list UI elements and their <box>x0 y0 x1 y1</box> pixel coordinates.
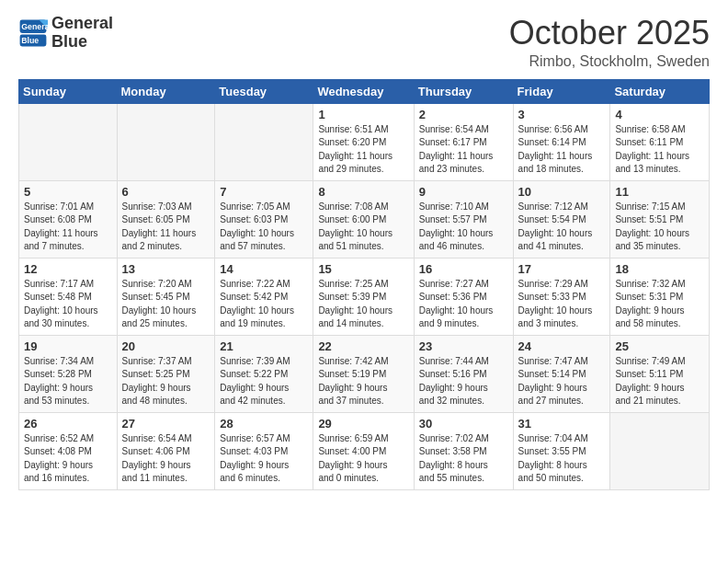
day-info: Sunrise: 7:25 AM Sunset: 5:39 PM Dayligh… <box>318 278 408 331</box>
calendar-cell: 28Sunrise: 6:57 AM Sunset: 4:03 PM Dayli… <box>215 412 313 489</box>
calendar-header-sunday: Sunday <box>19 79 118 103</box>
day-info: Sunrise: 6:54 AM Sunset: 4:06 PM Dayligh… <box>122 432 210 486</box>
day-number: 6 <box>122 185 210 199</box>
calendar-cell: 16Sunrise: 7:27 AM Sunset: 5:36 PM Dayli… <box>414 258 513 335</box>
calendar-cell: 7Sunrise: 7:05 AM Sunset: 6:03 PM Daylig… <box>215 180 313 258</box>
day-info: Sunrise: 7:34 AM Sunset: 5:28 PM Dayligh… <box>24 355 112 408</box>
calendar-cell: 6Sunrise: 7:03 AM Sunset: 6:05 PM Daylig… <box>117 180 215 258</box>
calendar-cell <box>117 103 215 180</box>
day-number: 25 <box>615 339 704 353</box>
day-number: 23 <box>419 339 508 353</box>
day-number: 11 <box>615 185 704 199</box>
day-number: 22 <box>318 339 408 353</box>
calendar-cell: 27Sunrise: 6:54 AM Sunset: 4:06 PM Dayli… <box>117 412 215 489</box>
day-number: 21 <box>220 339 308 353</box>
day-info: Sunrise: 7:08 AM Sunset: 6:00 PM Dayligh… <box>318 201 408 254</box>
day-number: 31 <box>518 417 606 431</box>
logo-icon: General Blue <box>18 18 48 48</box>
day-number: 4 <box>615 108 704 121</box>
day-info: Sunrise: 7:49 AM Sunset: 5:11 PM Dayligh… <box>615 355 704 408</box>
calendar-cell: 12Sunrise: 7:17 AM Sunset: 5:48 PM Dayli… <box>19 258 118 335</box>
calendar-cell: 15Sunrise: 7:25 AM Sunset: 5:39 PM Dayli… <box>313 258 414 335</box>
calendar-cell: 21Sunrise: 7:39 AM Sunset: 5:22 PM Dayli… <box>215 335 313 412</box>
day-info: Sunrise: 7:32 AM Sunset: 5:31 PM Dayligh… <box>615 278 704 331</box>
logo: General Blue General Blue <box>18 15 113 52</box>
day-number: 29 <box>318 417 408 431</box>
day-info: Sunrise: 7:20 AM Sunset: 5:45 PM Dayligh… <box>122 278 210 331</box>
calendar-cell: 17Sunrise: 7:29 AM Sunset: 5:33 PM Dayli… <box>513 258 610 335</box>
location: Rimbo, Stockholm, Sweden <box>509 53 710 70</box>
day-number: 2 <box>419 108 508 121</box>
day-number: 14 <box>220 262 308 276</box>
day-info: Sunrise: 7:04 AM Sunset: 3:55 PM Dayligh… <box>518 432 606 486</box>
calendar-cell: 3Sunrise: 6:56 AM Sunset: 6:14 PM Daylig… <box>513 103 610 180</box>
day-info: Sunrise: 6:54 AM Sunset: 6:17 PM Dayligh… <box>419 123 508 177</box>
day-number: 5 <box>24 185 112 199</box>
calendar-header-saturday: Saturday <box>610 79 710 103</box>
day-number: 13 <box>122 262 210 276</box>
calendar-header-monday: Monday <box>117 79 215 103</box>
day-number: 10 <box>518 185 606 199</box>
calendar-cell: 18Sunrise: 7:32 AM Sunset: 5:31 PM Dayli… <box>610 258 710 335</box>
day-info: Sunrise: 6:56 AM Sunset: 6:14 PM Dayligh… <box>518 123 606 177</box>
calendar-cell: 4Sunrise: 6:58 AM Sunset: 6:11 PM Daylig… <box>610 103 710 180</box>
calendar-cell: 29Sunrise: 6:59 AM Sunset: 4:00 PM Dayli… <box>313 412 414 489</box>
day-info: Sunrise: 7:10 AM Sunset: 5:57 PM Dayligh… <box>419 201 508 254</box>
day-number: 28 <box>220 417 308 431</box>
calendar-cell: 25Sunrise: 7:49 AM Sunset: 5:11 PM Dayli… <box>610 335 710 412</box>
day-info: Sunrise: 7:27 AM Sunset: 5:36 PM Dayligh… <box>419 278 508 331</box>
calendar-cell: 31Sunrise: 7:04 AM Sunset: 3:55 PM Dayli… <box>513 412 610 489</box>
calendar-cell: 8Sunrise: 7:08 AM Sunset: 6:00 PM Daylig… <box>313 180 414 258</box>
day-number: 3 <box>518 108 606 121</box>
day-info: Sunrise: 6:57 AM Sunset: 4:03 PM Dayligh… <box>220 432 308 486</box>
calendar-cell: 10Sunrise: 7:12 AM Sunset: 5:54 PM Dayli… <box>513 180 610 258</box>
day-number: 17 <box>518 262 606 276</box>
calendar-cell <box>19 103 118 180</box>
calendar-header-row: SundayMondayTuesdayWednesdayThursdayFrid… <box>19 79 710 103</box>
calendar-header-thursday: Thursday <box>414 79 513 103</box>
month-title: October 2025 <box>509 15 710 52</box>
day-info: Sunrise: 7:22 AM Sunset: 5:42 PM Dayligh… <box>220 278 308 331</box>
day-number: 16 <box>419 262 508 276</box>
calendar-week-row: 12Sunrise: 7:17 AM Sunset: 5:48 PM Dayli… <box>19 258 710 335</box>
calendar-header-friday: Friday <box>513 79 610 103</box>
day-number: 19 <box>24 339 112 353</box>
calendar-cell: 26Sunrise: 6:52 AM Sunset: 4:08 PM Dayli… <box>19 412 118 489</box>
svg-text:Blue: Blue <box>21 36 39 45</box>
calendar-week-row: 19Sunrise: 7:34 AM Sunset: 5:28 PM Dayli… <box>19 335 710 412</box>
day-info: Sunrise: 7:39 AM Sunset: 5:22 PM Dayligh… <box>220 355 308 408</box>
page: General Blue General Blue October 2025 R… <box>0 0 728 563</box>
day-info: Sunrise: 6:52 AM Sunset: 4:08 PM Dayligh… <box>24 432 112 486</box>
calendar: SundayMondayTuesdayWednesdayThursdayFrid… <box>18 79 710 490</box>
calendar-cell: 5Sunrise: 7:01 AM Sunset: 6:08 PM Daylig… <box>19 180 118 258</box>
day-info: Sunrise: 7:02 AM Sunset: 3:58 PM Dayligh… <box>419 432 508 486</box>
day-number: 20 <box>122 339 210 353</box>
calendar-cell: 11Sunrise: 7:15 AM Sunset: 5:51 PM Dayli… <box>610 180 710 258</box>
day-number: 26 <box>24 417 112 431</box>
calendar-header-wednesday: Wednesday <box>313 79 414 103</box>
calendar-header-tuesday: Tuesday <box>215 79 313 103</box>
title-block: October 2025 Rimbo, Stockholm, Sweden <box>509 15 710 70</box>
day-info: Sunrise: 6:51 AM Sunset: 6:20 PM Dayligh… <box>318 123 408 177</box>
calendar-cell: 22Sunrise: 7:42 AM Sunset: 5:19 PM Dayli… <box>313 335 414 412</box>
calendar-cell <box>610 412 710 489</box>
day-info: Sunrise: 7:12 AM Sunset: 5:54 PM Dayligh… <box>518 201 606 254</box>
calendar-cell: 1Sunrise: 6:51 AM Sunset: 6:20 PM Daylig… <box>313 103 414 180</box>
day-info: Sunrise: 7:42 AM Sunset: 5:19 PM Dayligh… <box>318 355 408 408</box>
day-number: 7 <box>220 185 308 199</box>
calendar-cell: 19Sunrise: 7:34 AM Sunset: 5:28 PM Dayli… <box>19 335 118 412</box>
day-number: 9 <box>419 185 508 199</box>
header: General Blue General Blue October 2025 R… <box>18 15 710 70</box>
day-number: 24 <box>518 339 606 353</box>
day-info: Sunrise: 7:47 AM Sunset: 5:14 PM Dayligh… <box>518 355 606 408</box>
calendar-cell: 13Sunrise: 7:20 AM Sunset: 5:45 PM Dayli… <box>117 258 215 335</box>
day-info: Sunrise: 7:17 AM Sunset: 5:48 PM Dayligh… <box>24 278 112 331</box>
calendar-cell: 14Sunrise: 7:22 AM Sunset: 5:42 PM Dayli… <box>215 258 313 335</box>
day-number: 15 <box>318 262 408 276</box>
calendar-cell <box>215 103 313 180</box>
calendar-cell: 30Sunrise: 7:02 AM Sunset: 3:58 PM Dayli… <box>414 412 513 489</box>
day-info: Sunrise: 7:37 AM Sunset: 5:25 PM Dayligh… <box>122 355 210 408</box>
day-info: Sunrise: 7:44 AM Sunset: 5:16 PM Dayligh… <box>419 355 508 408</box>
logo-text-blue: Blue <box>51 33 113 52</box>
day-number: 18 <box>615 262 704 276</box>
